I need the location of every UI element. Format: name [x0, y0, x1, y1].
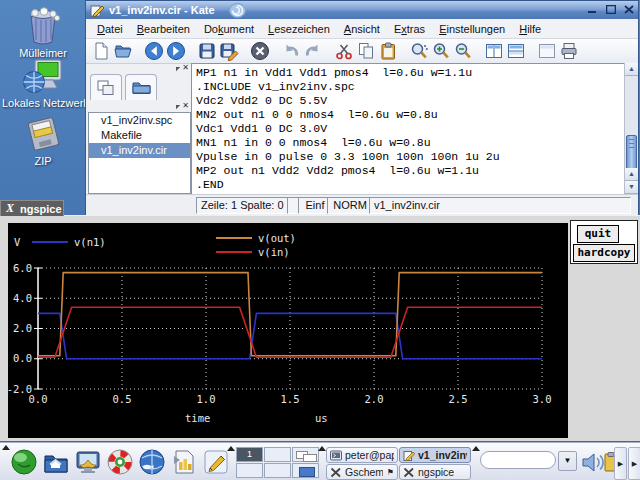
scroll-up-icon[interactable]: ▲: [625, 63, 638, 76]
task-list: peter@papv1_inv2invGschem [2]⚑ngspice: [326, 447, 473, 480]
paste-icon[interactable]: [377, 40, 399, 62]
svg-text:v(n1): v(n1): [74, 236, 106, 248]
editor-line: MN2 out n1 0 0 nmos4 l=0.6u w=0.8u: [192, 108, 625, 122]
pager-cell-4[interactable]: [236, 463, 263, 478]
pager-cell-2[interactable]: [264, 447, 291, 462]
kate-window: v1_inv2inv.cir - Kate DateiBearbeitenDok…: [85, 0, 639, 216]
copy-icon[interactable]: [355, 40, 377, 62]
editor-line: .END: [192, 178, 625, 192]
kate-app-icon: [90, 4, 104, 17]
zoom-in-icon[interactable]: [430, 40, 452, 62]
single-pane-icon[interactable]: [536, 40, 558, 62]
kate-titlebar[interactable]: v1_inv2inv.cir - Kate: [86, 1, 638, 19]
taskbar-task-peter-pap[interactable]: peter@pap: [326, 447, 398, 463]
menu-datei[interactable]: Datei: [90, 21, 130, 37]
desktop-icon-local-network[interactable]: Lokales Netzwerk: [2, 58, 84, 109]
zoom-out-icon[interactable]: [452, 40, 474, 62]
desktop-icon-label: ZIP: [4, 155, 82, 167]
run-dropdown-button[interactable]: ▼: [558, 451, 577, 471]
back-icon[interactable]: [143, 40, 165, 62]
save-icon[interactable]: [196, 40, 218, 62]
save-as-icon[interactable]: [218, 40, 240, 62]
panel-close-icon[interactable]: ✕: [182, 63, 189, 73]
folder-icon: [132, 80, 151, 95]
pager-cell-3[interactable]: [292, 447, 319, 462]
menu-extras[interactable]: Extras: [387, 21, 432, 37]
ngspice-window: -2.00.02.04.06.00.00.51.01.52.02.53.0tim…: [0, 215, 640, 441]
waveform-plot-area: -2.00.02.04.06.00.00.51.01.52.02.53.0tim…: [8, 223, 568, 438]
menu-lesezeichen[interactable]: Lesezeichen: [261, 21, 337, 37]
redo-icon[interactable]: [302, 40, 324, 62]
menu-hilfe[interactable]: Hilfe: [512, 21, 548, 37]
volume-icon[interactable]: [580, 450, 605, 474]
run-command-input[interactable]: [480, 451, 556, 469]
panel-close-icon[interactable]: ✕: [182, 101, 189, 111]
ngspice-button-panel: quit hardcopy: [570, 220, 638, 264]
window-title: v1_inv2inv.cir - Kate: [109, 4, 215, 16]
desktop-pager[interactable]: 1: [236, 447, 321, 479]
close-document-icon[interactable]: [249, 40, 271, 62]
svg-text:time: time: [185, 412, 210, 424]
applet-handle-icon[interactable]: [472, 446, 480, 451]
home-folder-icon[interactable]: [40, 446, 72, 478]
taskbar-task-gschem-2-[interactable]: Gschem [2]⚑: [326, 464, 398, 480]
taskbar-task-ngspice[interactable]: ngspice: [399, 464, 471, 480]
desktop-display-icon[interactable]: [72, 446, 104, 478]
kate-statusbar: Zeile: 1 Spalte: 0 Einf NORM v1_inv2inv.…: [86, 194, 638, 216]
minimize-button[interactable]: [585, 3, 600, 16]
open-folder-icon[interactable]: [112, 40, 134, 62]
pager-cell-1[interactable]: 1: [236, 447, 263, 462]
svg-text:1.0: 1.0: [197, 393, 216, 405]
applet-handle-icon[interactable]: [318, 446, 326, 451]
menu-ansicht[interactable]: Ansicht: [337, 21, 387, 37]
desktop-icon-trash[interactable]: Mülleimer: [4, 6, 82, 59]
pager-cell-6[interactable]: [292, 463, 319, 478]
task-label: v1_inv2inv: [418, 449, 467, 461]
file-item[interactable]: v1_inv2inv.spc: [89, 113, 190, 128]
print-icon[interactable]: [558, 40, 580, 62]
applet-handle-icon[interactable]: [227, 446, 235, 451]
panel-hide-button[interactable]: ▶: [628, 447, 640, 480]
scroll-down-icon[interactable]: ▼: [625, 181, 638, 194]
split-vertical-icon[interactable]: [483, 40, 505, 62]
editor-line: MP2 out n1 Vdd2 Vdd2 pmos4 l=0.6u w=1.1u: [192, 164, 625, 178]
desktop-icon-zip[interactable]: ZIP: [4, 114, 82, 167]
ngspice-titlebar[interactable]: X ngspice: [0, 200, 64, 216]
file-item[interactable]: Makefile: [89, 128, 190, 143]
new-document-icon[interactable]: [90, 40, 112, 62]
sidebar-panel-header: ✕: [88, 101, 191, 112]
find-icon[interactable]: [408, 40, 430, 62]
split-horizontal-icon[interactable]: [505, 40, 527, 62]
office-documents-icon[interactable]: [168, 446, 200, 478]
forward-icon[interactable]: [165, 40, 187, 62]
suse-menu-icon[interactable]: [8, 446, 40, 478]
quit-button[interactable]: quit: [577, 225, 619, 243]
close-button[interactable]: [621, 3, 636, 16]
hardcopy-button[interactable]: hardcopy: [573, 244, 635, 262]
editor-scrollbar[interactable]: ▲ ▲ ▼: [624, 63, 638, 194]
editor-area[interactable]: MP1 n1 in Vdd1 Vdd1 pmos4 l=0.6u w=1.1u.…: [191, 63, 625, 194]
menu-bearbeiten[interactable]: Bearbeiten: [130, 21, 197, 37]
scroll-up-icon[interactable]: ▲: [625, 168, 638, 181]
kate-swirl-icon: [229, 3, 246, 18]
web-globe-icon[interactable]: [136, 446, 168, 478]
tab-documents[interactable]: [90, 74, 122, 100]
svg-text:0.5: 0.5: [113, 393, 132, 405]
status-line-col: Zeile: 1 Spalte: 0: [196, 197, 292, 214]
file-item[interactable]: v1_inv2inv.cir: [89, 143, 190, 158]
menu-dokument[interactable]: Dokument: [197, 21, 261, 37]
svg-text:0.0: 0.0: [29, 393, 48, 405]
cut-icon[interactable]: [333, 40, 355, 62]
undo-icon[interactable]: [280, 40, 302, 62]
svg-text:v(in): v(in): [258, 246, 290, 258]
status-filename: v1_inv2inv.cir: [369, 197, 631, 214]
help-lifering-icon[interactable]: [104, 446, 136, 478]
pager-cell-5[interactable]: [264, 463, 291, 478]
taskbar-task-v1-inv2inv[interactable]: v1_inv2inv: [399, 447, 471, 463]
maximize-button[interactable]: [603, 3, 618, 16]
tab-filesystem[interactable]: [125, 74, 157, 100]
local-network-icon: [2, 58, 84, 96]
applet-handle-icon[interactable]: ▶: [614, 447, 627, 480]
konsole-icon: [330, 450, 342, 461]
menu-einstellungen[interactable]: Einstellungen: [432, 21, 512, 37]
